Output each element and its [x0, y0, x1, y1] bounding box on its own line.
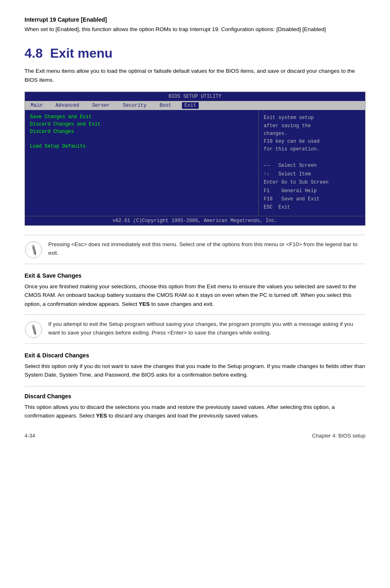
bios-menu-exit[interactable]: Exit: [182, 102, 199, 109]
discard-changes-section: Discard Changes This option allows you t…: [25, 393, 365, 420]
section-heading: 4.8 Exit menu: [25, 46, 365, 61]
footer-page-number: 4-34: [25, 433, 35, 439]
exit-save-title: Exit & Save Changes: [25, 272, 365, 279]
bios-item-discard[interactable]: Discard Changes: [30, 129, 253, 135]
exit-save-section: Exit & Save Changes Once you are finishe…: [25, 272, 365, 309]
bios-menu-main[interactable]: Main: [28, 102, 45, 109]
section-number: 4.8: [25, 46, 43, 61]
divider-1: [25, 386, 365, 386]
bios-menu-boot[interactable]: Boot: [157, 102, 174, 109]
bios-item-load-defaults[interactable]: Load Setup Defaults: [30, 144, 253, 149]
bios-item-spacer: [30, 136, 253, 142]
discard-changes-body: This option allows you to discard the se…: [25, 403, 365, 420]
pencil-icon-2: [25, 321, 43, 339]
bios-content: Save Changes and Exit Discard Changes an…: [25, 110, 365, 215]
pencil-icon: [25, 241, 43, 259]
bios-menu-bar: Main Advanced Server Security Boot Exit: [25, 101, 365, 110]
note-2-text: If you attempt to exit the Setup program…: [48, 320, 365, 337]
bios-right-panel: Exit system setup after saving the chang…: [259, 110, 365, 215]
bios-menu-server[interactable]: Server: [90, 102, 112, 109]
exit-discard-section: Exit & Discard Changes Select this optio…: [25, 352, 365, 379]
bios-item-save-exit[interactable]: Save Changes and Exit: [30, 114, 253, 120]
exit-discard-body: Select this option only if you do not wa…: [25, 362, 365, 379]
note-box-1: Pressing <Esc> does not immediately exit…: [25, 235, 365, 264]
bios-setup-box: BIOS SETUP UTILITY Main Advanced Server …: [25, 92, 365, 225]
note-box-2: If you attempt to exit the Setup program…: [25, 314, 365, 344]
bios-item-discard-exit[interactable]: Discard Changes and Exit: [30, 121, 253, 127]
section-title: Exit menu: [50, 46, 112, 61]
bios-footer: v02.61 (C)Copyright 1985-2006, American …: [25, 216, 365, 225]
bios-title-bar: BIOS SETUP UTILITY: [25, 92, 365, 101]
bios-menu-security[interactable]: Security: [121, 102, 149, 109]
exit-save-body: Once you are finished making your select…: [25, 282, 365, 309]
bios-menu-advanced[interactable]: Advanced: [53, 102, 82, 109]
bios-right-legend: ←→ Select Screen ↑↓ Select Item Enter Go…: [264, 162, 360, 211]
discard-changes-title: Discard Changes: [25, 393, 365, 399]
exit-discard-title: Exit & Discard Changes: [25, 352, 365, 359]
interrupt-title: Interrupt 19 Capture [Enabled]: [25, 16, 365, 23]
footer-chapter: Chapter 4: BIOS setup: [312, 433, 365, 439]
interrupt-section: Interrupt 19 Capture [Enabled] When set …: [25, 16, 365, 34]
interrupt-desc: When set to [Enabled], this function all…: [25, 25, 365, 34]
note-1-text: Pressing <Esc> does not immediately exit…: [48, 240, 365, 258]
page-footer: 4-34 Chapter 4: BIOS setup: [25, 433, 365, 439]
bios-right-description: Exit system setup after saving the chang…: [264, 114, 360, 153]
bios-left-panel: Save Changes and Exit Discard Changes an…: [25, 110, 259, 215]
section-intro: The Exit menu items allow you to load th…: [25, 67, 365, 84]
